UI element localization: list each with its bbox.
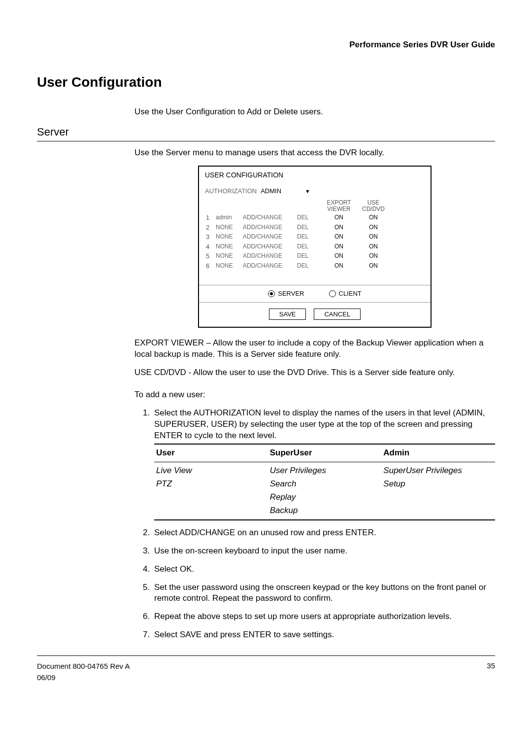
del[interactable]: DEL — [297, 252, 319, 261]
figure-buttons: SAVE CANCEL — [199, 303, 431, 327]
row-user: NONE — [216, 223, 243, 232]
row-num: 6 — [206, 262, 216, 271]
col-header-cddvd: USECD/DVD — [359, 200, 388, 212]
del[interactable]: DEL — [297, 233, 319, 241]
save-button[interactable]: SAVE — [269, 309, 306, 320]
priv-cell — [154, 491, 268, 504]
step-3: Use the on-screen keyboard to input the … — [152, 546, 495, 557]
user-table: EXPORTVIEWERUSECD/DVD1adminADD/CHANGEDEL… — [199, 200, 431, 285]
step-2: Select ADD/CHANGE on an unused row and p… — [152, 527, 495, 539]
section-heading: User Configuration — [37, 73, 495, 92]
row-user: admin — [216, 213, 243, 222]
intro-text: Use the User Configuration to Add or Del… — [134, 106, 495, 118]
subsection-rule — [37, 141, 495, 141]
export-toggle[interactable]: ON — [319, 242, 359, 251]
footer: Document 800-04765 Rev A 06/09 35 — [37, 661, 495, 683]
step-6: Repeat the above steps to set up more us… — [152, 611, 495, 622]
add-change[interactable]: ADD/CHANGE — [243, 242, 297, 251]
add-change[interactable]: ADD/CHANGE — [243, 262, 297, 271]
priv-cell: User Privileges — [268, 464, 382, 478]
row-num: 1 — [206, 213, 216, 222]
row-user: NONE — [216, 242, 243, 251]
footer-date: 06/09 — [37, 672, 130, 684]
add-change[interactable]: ADD/CHANGE — [243, 223, 297, 232]
export-viewer-desc: EXPORT VIEWER – Allow the user to includ… — [134, 338, 495, 360]
priv-cell — [381, 504, 495, 517]
authorization-row: AUTHORIZATION ADMIN ▼ — [199, 182, 431, 200]
step-1: Select the AUTHORIZATION level to displa… — [152, 408, 495, 520]
priv-cell: Live View — [154, 464, 268, 478]
step-1-text: Select the AUTHORIZATION level to displa… — [154, 408, 485, 440]
row-user: NONE — [216, 262, 243, 271]
footer-page: 35 — [487, 661, 495, 683]
add-user-intro: To add a new user: — [134, 389, 495, 401]
step-7: Select SAVE and press ENTER to save sett… — [152, 629, 495, 641]
cddvd-toggle[interactable]: ON — [359, 223, 388, 232]
server-radio[interactable]: SERVER — [268, 289, 304, 298]
steps-list: Select the AUTHORIZATION level to displa… — [134, 408, 495, 641]
user-config-figure: USER CONFIGURATION AUTHORIZATION ADMIN ▼… — [198, 166, 432, 328]
del[interactable]: DEL — [297, 223, 319, 232]
priv-cell: SuperUser Privileges — [381, 464, 495, 478]
step-4: Select OK. — [152, 564, 495, 575]
radio-row: SERVER CLIENT — [199, 285, 431, 303]
priv-hdr-admin: Admin — [381, 447, 495, 460]
row-num: 3 — [206, 233, 216, 241]
priv-cell — [381, 491, 495, 504]
del[interactable]: DEL — [297, 213, 319, 222]
dropdown-icon[interactable]: ▼ — [305, 188, 310, 195]
export-toggle[interactable]: ON — [319, 223, 359, 232]
cddvd-toggle[interactable]: ON — [359, 262, 388, 271]
footer-doc: Document 800-04765 Rev A — [37, 661, 130, 672]
export-toggle[interactable]: ON — [319, 213, 359, 222]
priv-cell: Backup — [268, 504, 382, 517]
cddvd-toggle[interactable]: ON — [359, 242, 388, 251]
server-intro: Use the Server menu to manage users that… — [134, 147, 495, 159]
add-change[interactable]: ADD/CHANGE — [243, 252, 297, 261]
export-toggle[interactable]: ON — [319, 262, 359, 271]
add-change[interactable]: ADD/CHANGE — [243, 233, 297, 241]
priv-hdr-superuser: SuperUser — [268, 447, 382, 460]
priv-cell: Replay — [268, 491, 382, 504]
client-radio-label: CLIENT — [339, 289, 362, 298]
row-num: 2 — [206, 223, 216, 232]
cddvd-desc: USE CD/DVD - Allow the user to use the D… — [134, 367, 495, 378]
del[interactable]: DEL — [297, 262, 319, 271]
row-user: NONE — [216, 252, 243, 261]
subsection-heading: Server — [37, 125, 495, 139]
auth-label: AUTHORIZATION — [205, 187, 257, 196]
figure-title: USER CONFIGURATION — [199, 167, 431, 182]
auth-value[interactable]: ADMIN — [261, 187, 281, 196]
priv-cell: Setup — [381, 478, 495, 491]
server-radio-label: SERVER — [278, 289, 304, 298]
row-num: 4 — [206, 242, 216, 251]
add-change[interactable]: ADD/CHANGE — [243, 213, 297, 222]
row-user: NONE — [216, 233, 243, 241]
col-header-export: EXPORTVIEWER — [319, 200, 359, 212]
priv-cell: PTZ — [154, 478, 268, 491]
footer-rule — [37, 655, 495, 656]
header-title: Performance Series DVR User Guide — [37, 39, 495, 51]
privilege-table: User SuperUser Admin Live ViewUser Privi… — [154, 444, 495, 520]
export-toggle[interactable]: ON — [319, 252, 359, 261]
cddvd-toggle[interactable]: ON — [359, 252, 388, 261]
cddvd-toggle[interactable]: ON — [359, 233, 388, 241]
step-5: Set the user password using the onscreen… — [152, 582, 495, 605]
cancel-button[interactable]: CANCEL — [314, 309, 361, 320]
page: Performance Series DVR User Guide User C… — [0, 0, 532, 756]
cddvd-toggle[interactable]: ON — [359, 213, 388, 222]
del[interactable]: DEL — [297, 242, 319, 251]
priv-hdr-user: User — [154, 447, 268, 460]
client-radio[interactable]: CLIENT — [329, 289, 362, 298]
export-toggle[interactable]: ON — [319, 233, 359, 241]
priv-cell: Search — [268, 478, 382, 491]
row-num: 5 — [206, 252, 216, 261]
priv-cell — [154, 504, 268, 517]
